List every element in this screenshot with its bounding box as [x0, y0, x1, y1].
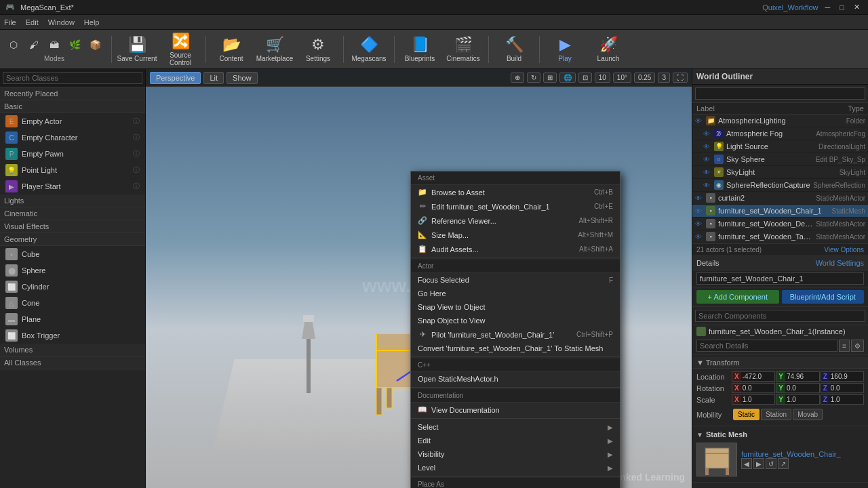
marketplace-btn[interactable]: 🛒 Marketplace [254, 31, 296, 68]
window-close[interactable]: ✕ [851, 3, 863, 12]
mesh-next-btn[interactable]: ▶ [753, 458, 764, 469]
menu-file[interactable]: File [4, 18, 16, 26]
rot-y-input[interactable] [785, 384, 819, 392]
mobility-static-btn[interactable]: Static [733, 409, 760, 420]
actor-point-light[interactable]: 💡 Point Light ⓘ [0, 162, 145, 178]
outliner-item-deck-chair[interactable]: 👁 ▪ furniture_set_Wooden_Deck_Chair_ Sta… [692, 218, 868, 230]
cm-visibility[interactable]: Visibility ▶ [411, 447, 620, 461]
outliner-item-light-source[interactable]: 👁 💡 Light Source DirectionalLight [692, 140, 868, 153]
cm-edit-asset[interactable]: ✏ Edit furniture_set_Wooden_Chair_1 Ctrl… [411, 199, 620, 214]
section-geometry[interactable]: Geometry [0, 233, 145, 246]
actor-empty-character[interactable]: C Empty Character ⓘ [0, 129, 145, 146]
mesh-reset-btn[interactable]: ↺ [766, 458, 776, 469]
show-btn[interactable]: Show [226, 72, 258, 84]
search-components-input[interactable] [695, 310, 865, 322]
cm-snap-object-to-view[interactable]: Snap Object to View [411, 314, 620, 327]
actor-player-start[interactable]: ▶ Player Start ⓘ [0, 178, 145, 195]
actor-cube[interactable]: ▪ Cube [0, 246, 145, 262]
cm-reference-viewer[interactable]: 🔗 Reference Viewer... Alt+Shift+R [411, 214, 620, 228]
grid-size-btn[interactable]: 10 [595, 73, 610, 83]
loc-x-input[interactable] [741, 372, 775, 381]
mode-foliage-btn[interactable]: 🌿 [65, 36, 84, 54]
build-btn[interactable]: 🔨 Build [493, 31, 535, 68]
search-classes-input[interactable] [3, 72, 142, 84]
menu-window[interactable]: Window [48, 18, 75, 26]
search-details-input[interactable] [696, 340, 837, 352]
viewport[interactable]: Perspective Lit Show ⊕ ↻ ⊞ 🌐 ⊡ 10 10° 0.… [146, 69, 692, 488]
loc-z-input[interactable] [829, 372, 863, 381]
cm-convert-to-static-mesh[interactable]: Convert 'furniture_set_Wooden_Chair_1' T… [411, 342, 620, 355]
cm-edit-sub[interactable]: Edit ▶ [411, 434, 620, 447]
outliner-item-sky-sphere[interactable]: 👁 ○ Sky Sphere Edit BP_Sky_Sp [692, 153, 868, 166]
mode-landscape-btn[interactable]: 🏔 [45, 36, 64, 54]
rot-z-input[interactable] [829, 384, 863, 392]
add-component-btn[interactable]: + Add Component [696, 290, 779, 304]
details-filter-btn[interactable]: ≡ [839, 340, 850, 352]
details-name-input[interactable] [696, 272, 864, 285]
rotate-btn[interactable]: ↻ [527, 73, 540, 83]
scale-snap-btn[interactable]: 0.25 [634, 73, 655, 83]
section-basic[interactable]: Basic [0, 100, 145, 113]
actor-cylinder[interactable]: ⬜ Cylinder [0, 279, 145, 295]
scale-x-input[interactable] [741, 395, 775, 404]
window-maximize[interactable]: □ [837, 3, 847, 12]
scale-z-input[interactable] [829, 395, 863, 404]
section-cinematic[interactable]: Cinematic [0, 207, 145, 220]
cm-audit-assets[interactable]: 📋 Audit Assets... Alt+Shift+A [411, 242, 620, 256]
view-options-btn[interactable]: View Options [824, 246, 864, 253]
source-control-btn[interactable]: 🔀 Source Control [159, 31, 201, 68]
cm-browse-to-asset[interactable]: 📁 Browse to Asset Ctrl+B [411, 185, 620, 199]
transform-header[interactable]: ▼ Transform [692, 357, 868, 369]
cm-go-here[interactable]: Go Here [411, 287, 620, 300]
rot-x-input[interactable] [741, 384, 775, 392]
perspective-btn[interactable]: Perspective [150, 72, 201, 84]
coord-toggle-btn[interactable]: 🌐 [559, 73, 576, 83]
section-lights[interactable]: Lights [0, 195, 145, 207]
component-item-chair[interactable]: furniture_set_Wooden_Chair_1(Instance) [692, 325, 868, 338]
menu-edit[interactable]: Edit [26, 18, 39, 26]
section-volumes[interactable]: Volumes [0, 344, 145, 357]
actor-empty-actor[interactable]: E Empty Actor ⓘ [0, 113, 145, 129]
scale-y-input[interactable] [785, 395, 819, 404]
cinematics-btn[interactable]: 🎬 Cinematics [442, 31, 484, 68]
cm-pilot[interactable]: ✈ Pilot 'furniture_set_Wooden_Chair_1' C… [411, 327, 620, 342]
launch-btn[interactable]: 🚀 Launch [587, 31, 629, 68]
blueprints-btn[interactable]: 📘 Blueprints [399, 31, 441, 68]
mode-geometry-btn[interactable]: 📦 [85, 36, 104, 54]
outliner-item-atmospheric-lighting[interactable]: 👁 📁 AtmosphericLighting Folder [692, 115, 868, 127]
loc-y-input[interactable] [785, 372, 819, 381]
save-current-btn[interactable]: 💾 Save Current [116, 31, 158, 68]
cm-size-map[interactable]: 📐 Size Map... Alt+Shift+M [411, 228, 620, 242]
content-btn[interactable]: 📂 Content [210, 31, 252, 68]
settings-btn[interactable]: ⚙ Settings [297, 31, 339, 68]
megascans-btn[interactable]: 🔷 Megascans [348, 31, 390, 68]
section-all-classes[interactable]: All Classes [0, 357, 145, 369]
outliner-item-sphere-reflection[interactable]: 👁 ◉ SphereReflectionCapture SphereReflec… [692, 179, 868, 192]
window-minimize[interactable]: ─ [823, 3, 833, 12]
actor-box-trigger[interactable]: ⬜ Box Trigger [0, 327, 145, 344]
actor-sphere[interactable]: ⬤ Sphere [0, 262, 145, 279]
section-visual-effects[interactable]: Visual Effects [0, 220, 145, 233]
mobility-movable-btn[interactable]: Movab [793, 409, 823, 420]
maximize-btn[interactable]: ⛶ [673, 73, 688, 83]
actor-plane[interactable]: ▬ Plane [0, 311, 145, 327]
details-settings-btn[interactable]: ⚙ [851, 340, 864, 352]
menu-help[interactable]: Help [84, 18, 100, 26]
scale-btn[interactable]: ⊞ [543, 73, 557, 83]
outliner-item-atmospheric-fog[interactable]: 👁 🌫 Atmospheric Fog AtmosphericFog [692, 127, 868, 140]
surface-snapping-btn[interactable]: ⊡ [578, 73, 592, 83]
camera-speed-btn[interactable]: 3 [658, 73, 670, 83]
lit-btn[interactable]: Lit [203, 72, 224, 84]
section-recently-placed[interactable]: Recently Placed [0, 87, 145, 100]
outliner-item-wooden-table[interactable]: 👁 ▪ furniture_set_Wooden_Table StaticMes… [692, 230, 868, 243]
cm-select[interactable]: Select ▶ [411, 420, 620, 434]
cm-open-staticmeshactor[interactable]: Open StaticMeshActor.h [411, 372, 620, 386]
actor-empty-pawn[interactable]: P Empty Pawn ⓘ [0, 146, 145, 162]
blueprint-add-script-btn[interactable]: Blueprint/Add Script [782, 290, 865, 304]
static-mesh-collapse[interactable]: ▼ [696, 431, 703, 439]
mode-placement-btn[interactable]: ⬡ [4, 36, 23, 54]
mode-paint-btn[interactable]: 🖌 [24, 36, 43, 54]
cm-snap-view-to-object[interactable]: Snap View to Object [411, 300, 620, 314]
cm-view-documentation[interactable]: 📖 View Documentation [411, 403, 620, 417]
mobility-stationary-btn[interactable]: Station [761, 409, 791, 420]
